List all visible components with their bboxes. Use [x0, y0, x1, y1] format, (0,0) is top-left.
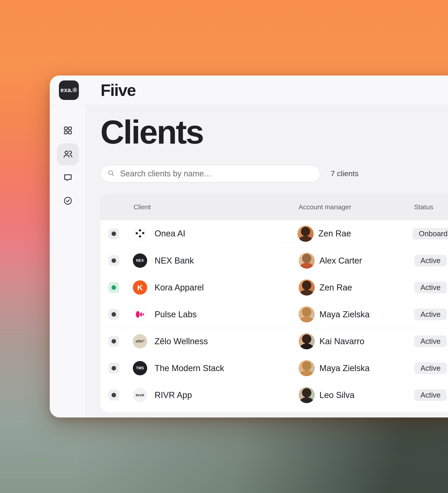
row-select-indicator[interactable]: [109, 336, 119, 347]
manager-name: Zen Rae: [319, 283, 352, 292]
avatar: [299, 280, 315, 296]
search-input[interactable]: [120, 169, 320, 178]
avatar: [299, 306, 315, 323]
brand-wordmark: Fiive: [101, 81, 135, 100]
column-header-client: Client: [109, 203, 299, 211]
column-header-manager: Account manager: [299, 203, 414, 211]
client-logo-dots-icon: [133, 226, 147, 241]
dot-icon: [111, 232, 116, 236]
table-row[interactable]: zēlo° Zēlo Wellness Kai Navarro Active: [100, 328, 448, 355]
exa-logo: exa.®: [59, 80, 79, 100]
manager-name: Maya Zielska: [319, 363, 370, 373]
sidebar-item-messages[interactable]: [63, 173, 73, 183]
search-icon: [107, 169, 115, 178]
sidebar-item-clients[interactable]: [57, 143, 79, 165]
table-row[interactable]: NEX NEX Bank Alex Carter Active: [100, 247, 448, 274]
row-select-indicator[interactable]: [109, 363, 119, 374]
client-logo: RIVR: [133, 388, 147, 402]
sidebar-item-dashboard[interactable]: [63, 126, 73, 136]
status-badge: Active: [414, 282, 447, 293]
search-row: 7 clients: [100, 165, 448, 182]
sidebar: [50, 105, 86, 417]
column-header-status: Status: [414, 203, 433, 211]
row-select-indicator[interactable]: [109, 228, 119, 239]
client-logo: K: [133, 280, 147, 295]
status-badge: Onboarding: [413, 228, 448, 240]
client-count: 7 clients: [331, 169, 359, 178]
client-name: NEX Bank: [154, 256, 194, 266]
avatar: [299, 360, 315, 376]
dot-icon: [111, 393, 116, 397]
client-name: Pulse Labs: [154, 310, 197, 319]
manager-name: Zen Rae: [318, 229, 351, 238]
table-header: Client Account manager Status: [100, 194, 448, 220]
manager-name: Leo Silva: [319, 390, 354, 400]
avatar: [299, 387, 315, 403]
client-name: Kora Apparel: [154, 283, 204, 292]
dot-icon: [111, 258, 116, 263]
page-title: Clients: [100, 115, 448, 149]
users-icon: [63, 149, 73, 160]
client-logo: NEX: [133, 253, 147, 268]
table-row[interactable]: Pulse Labs Maya Zielska Active: [100, 301, 448, 328]
topbar: exa.® Fiive: [50, 76, 448, 105]
row-select-indicator[interactable]: [109, 255, 119, 266]
table-row[interactable]: TMS The Modern Stack Maya Zielska Active: [100, 355, 448, 382]
table-row[interactable]: Onea AI Zen Rae Onboarding: [100, 220, 448, 247]
dot-icon: [111, 339, 116, 344]
row-select-indicator[interactable]: [109, 282, 119, 293]
client-name: The Modern Stack: [154, 363, 224, 373]
manager-name: Kai Navarro: [319, 336, 364, 346]
row-select-indicator[interactable]: [109, 390, 119, 401]
table-row[interactable]: RIVR RIVR App Leo Silva Active: [100, 382, 448, 409]
dot-icon: [111, 285, 116, 290]
client-name: RIVR App: [154, 390, 192, 400]
search-box[interactable]: [100, 165, 320, 182]
status-badge: Active: [414, 309, 447, 320]
status-badge: Active: [414, 389, 447, 401]
client-logo-pulse-icon: [133, 307, 147, 322]
dot-icon: [111, 366, 116, 370]
status-badge: Active: [414, 336, 447, 347]
avatar: [297, 226, 314, 242]
row-select-indicator[interactable]: [109, 309, 119, 320]
client-name: Zēlo Wellness: [154, 336, 208, 346]
dot-icon: [111, 312, 116, 317]
client-name: Onea AI: [154, 229, 185, 238]
main-content: Clients 7 clients Client Account: [86, 105, 448, 417]
app-window: exa.® Fiive: [50, 76, 448, 417]
chat-icon: [63, 173, 73, 183]
clients-table: Client Account manager Status: [100, 194, 448, 412]
table-row[interactable]: K Kora Apparel Zen Rae Active: [100, 274, 448, 301]
grid-icon: [63, 125, 73, 136]
check-circle-icon: [63, 196, 73, 207]
manager-name: Alex Carter: [319, 256, 362, 266]
status-badge: Active: [414, 362, 447, 374]
avatar: [299, 333, 315, 349]
status-badge: Active: [414, 255, 447, 267]
client-logo: zēlo°: [133, 334, 147, 348]
client-logo: TMS: [133, 361, 147, 375]
sidebar-item-tasks[interactable]: [63, 196, 73, 206]
manager-name: Maya Zielska: [319, 310, 370, 319]
avatar: [299, 253, 315, 269]
